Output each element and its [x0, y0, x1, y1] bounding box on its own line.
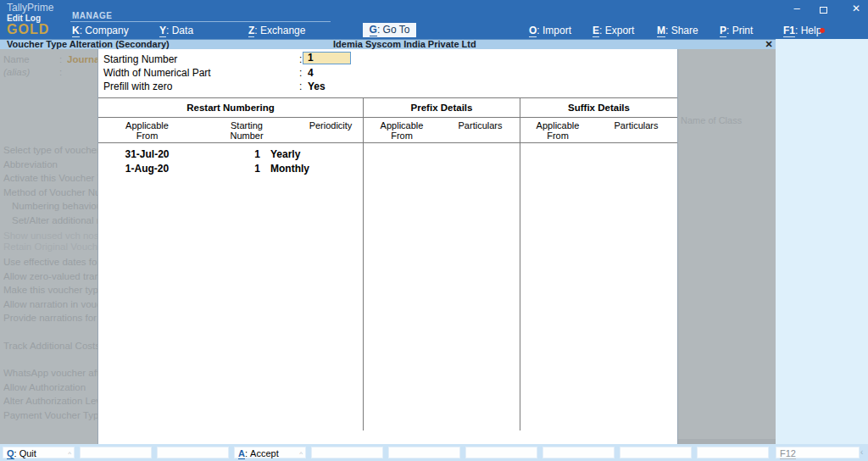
- right-side-panel: [776, 39, 868, 444]
- window-close-icon[interactable]: ✕: [848, 3, 865, 14]
- starting-number-cell[interactable]: 1: [196, 148, 262, 163]
- help-notification-dot-icon: [820, 28, 825, 33]
- menu-export[interactable]: E: Export: [593, 25, 634, 36]
- maximize-icon[interactable]: [820, 7, 827, 14]
- screen-title-bar: Voucher Type Alteration (Secondary) Idem…: [0, 39, 776, 49]
- menu-divider: [70, 21, 331, 22]
- form-label: Method of Voucher Num: [3, 186, 97, 200]
- starting-number-input[interactable]: 1: [303, 52, 351, 64]
- menu-help[interactable]: F1: Help: [783, 25, 821, 36]
- menu-label: Help: [801, 25, 822, 36]
- field-label: Starting Number: [103, 53, 177, 65]
- button-label: F12: [780, 448, 796, 459]
- table-body: 31-Jul-20 1 Yearly 1-Aug-20 1 Monthly: [98, 143, 677, 430]
- button-label: Quit: [19, 448, 36, 458]
- colon: :: [299, 81, 302, 92]
- expand-caret-icon: ^: [299, 449, 303, 459]
- column-applicable-from: Applicable From: [98, 118, 196, 142]
- form-label: WhatsApp voucher after: [3, 366, 97, 380]
- menu-import[interactable]: O: Import: [529, 25, 571, 36]
- form-label: Payment Voucher Type: [3, 408, 97, 423]
- f12-configure-button[interactable]: F12: [776, 447, 860, 458]
- menu-label: Company: [85, 25, 128, 36]
- field-label: Width of Numerical Part: [103, 67, 211, 79]
- screen-title: Voucher Type Alteration (Secondary): [7, 40, 170, 49]
- form-row-prefill-zero: Prefill with zero : Yes: [98, 81, 677, 94]
- shortcut-separator: :: [599, 25, 602, 36]
- periodicity-cell[interactable]: Monthly: [262, 163, 363, 177]
- top-bar: TallyPrime Edit Log GOLD MANAGE K: Compa…: [0, 0, 868, 39]
- shortcut-key: E: [593, 25, 599, 37]
- group-suffix-details: Suffix Details: [520, 98, 677, 117]
- voucher-type-form-background: Name : Journal (alias) : Select type of …: [0, 49, 776, 444]
- shortcut-key: O: [529, 25, 537, 37]
- menu-label: Data: [172, 25, 193, 36]
- goto-button[interactable]: G: Go To: [363, 23, 416, 37]
- column-applicable-from: Applicable From: [364, 118, 440, 142]
- periodicity-cell[interactable]: Yearly: [262, 148, 363, 163]
- form-label: Allow zero-valued transa: [3, 269, 97, 284]
- column-particulars: Particulars: [595, 118, 677, 142]
- shortcut-separator: :: [80, 25, 82, 36]
- form-label: Set/Alter additional nu: [3, 214, 97, 228]
- starting-number-cell[interactable]: 1: [196, 163, 262, 177]
- shortcut-separator: :: [537, 25, 539, 36]
- applicable-from-cell[interactable]: 1-Aug-20: [98, 163, 196, 177]
- tallyprime-window: TallyPrime Edit Log GOLD MANAGE K: Compa…: [0, 0, 868, 461]
- shortcut-key: P: [720, 25, 726, 37]
- app-title: TallyPrime: [7, 2, 53, 14]
- menu-exchange[interactable]: Z: Exchange: [248, 25, 305, 36]
- expand-caret-icon: ^: [68, 449, 71, 459]
- empty-button-slot: [697, 447, 769, 458]
- menu-share[interactable]: M: Share: [657, 25, 698, 36]
- menu-label: Exchange: [260, 25, 305, 36]
- width-numerical-value[interactable]: 4: [308, 67, 314, 79]
- table-column-header: Applicable From Starting Number Periodic…: [98, 118, 677, 143]
- colon: :: [59, 67, 62, 77]
- form-label: Use effective dates for v: [3, 255, 97, 269]
- name-field-label: Name: [3, 54, 30, 64]
- restart-numbering-dialog: Starting Number : 1 Width of Numerical P…: [97, 49, 678, 444]
- shortcut-key: A: [238, 448, 245, 459]
- menu-label: Print: [732, 25, 754, 36]
- table-row[interactable]: 31-Jul-20 1 Yearly: [98, 148, 363, 163]
- shortcut-key: F1: [783, 25, 795, 37]
- shortcut-key: K: [72, 25, 80, 37]
- alias-field-label: (alias): [3, 67, 30, 77]
- shortcut-key: M: [657, 25, 665, 37]
- form-label: Retain Original Voucher: [3, 242, 97, 253]
- shortcut-separator: :: [254, 25, 257, 36]
- form-label: Make this voucher type: [3, 283, 97, 297]
- shortcut-separator: :: [245, 448, 248, 458]
- form-label: Allow narration in vouch: [3, 297, 97, 312]
- collapse-chevron-icon[interactable]: ‹: [860, 447, 863, 457]
- shortcut-separator: :: [665, 25, 668, 36]
- form-label: Allow Authorization: [3, 380, 97, 395]
- field-label: Prefill with zero: [103, 81, 172, 92]
- shortcut-key: Q: [7, 448, 14, 459]
- empty-button-slot: [620, 447, 692, 458]
- menu-print[interactable]: P: Print: [720, 25, 753, 36]
- shortcut-separator: :: [166, 25, 169, 36]
- table-group-header: Restart Numbering Prefix Details Suffix …: [98, 97, 677, 118]
- form-label: Alter Authorization Leve: [3, 394, 97, 408]
- prefill-zero-value[interactable]: Yes: [308, 81, 326, 92]
- name-of-class-label: Name of Class: [681, 115, 742, 125]
- menu-company[interactable]: K: Company: [72, 25, 129, 36]
- minimize-icon[interactable]: –: [788, 2, 805, 14]
- empty-button-slot: [157, 447, 229, 458]
- colon: :: [299, 53, 302, 65]
- applicable-from-cell[interactable]: 31-Jul-20: [98, 148, 196, 163]
- manage-section-label: MANAGE: [72, 11, 112, 20]
- colon: :: [59, 54, 62, 64]
- menu-data[interactable]: Y: Data: [159, 25, 193, 36]
- quit-button[interactable]: Q: Quit ^: [3, 447, 75, 458]
- table-row[interactable]: 1-Aug-20 1 Monthly: [98, 163, 363, 177]
- shortcut-key: Y: [159, 25, 166, 37]
- empty-button-slot: [80, 447, 152, 458]
- form-label: Select type of voucher: [3, 143, 97, 158]
- group-restart-numbering: Restart Numbering: [98, 98, 364, 117]
- colon: :: [299, 67, 302, 79]
- accept-button[interactable]: A: Accept ^: [234, 447, 306, 458]
- empty-button-slot: [388, 447, 460, 458]
